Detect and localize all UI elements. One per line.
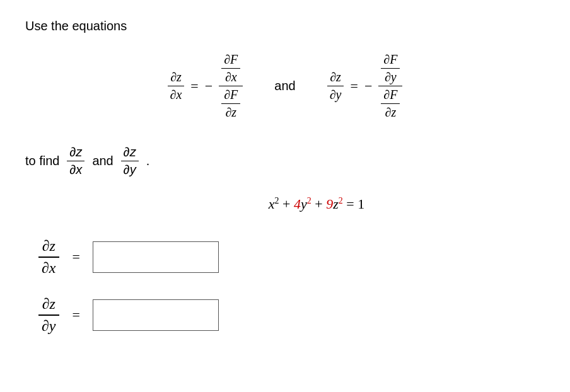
x-term: x: [269, 196, 275, 212]
tofind-den-1: ∂x: [67, 161, 84, 177]
problem-equation: x2 + 4y2 + 9z2 = 1: [88, 196, 545, 212]
partial-F-top-1: ∂F: [221, 52, 240, 69]
minus-1: −: [205, 78, 212, 95]
rhs-inner-num-1: ∂F ∂x: [221, 52, 240, 84]
equation-1: ∂z ∂x = − ∂F ∂x ∂F ∂z: [168, 52, 243, 120]
rhs-num-1: ∂F ∂x: [219, 52, 243, 86]
tofind-frac-2: ∂z ∂y: [121, 145, 139, 177]
lhs-num-1: ∂z: [168, 70, 184, 86]
rhs-den-2: ∂F ∂z: [378, 86, 402, 120]
ans2-lhs: ∂z ∂y: [38, 296, 60, 335]
tofind-frac-1: ∂z ∂x: [67, 145, 84, 177]
tofind-num-1: ∂z: [67, 145, 84, 161]
lhs-den-1: ∂x: [168, 86, 185, 102]
rhs-inner-num-2: ∂F ∂y: [381, 52, 400, 84]
rhs-inner-den-2: ∂F ∂z: [381, 88, 400, 120]
lhs-den-2: ∂y: [327, 86, 344, 102]
partial-F-mid-1: ∂F: [221, 88, 240, 104]
intro-text: Use the equations: [25, 19, 545, 33]
ans1-input-box[interactable]: [93, 241, 219, 273]
tofind-period: .: [146, 154, 150, 168]
partial-z-2: ∂z: [383, 104, 399, 120]
rhs-inner-den-1: ∂F ∂z: [221, 88, 240, 120]
equals-1: =: [190, 78, 198, 95]
partial-x-1: ∂x: [223, 69, 240, 84]
problem-text: x2 + 4y2 + 9z2 = 1: [269, 196, 364, 212]
to-find-label: to find: [25, 154, 59, 168]
partial-F-top-2: ∂F: [381, 52, 400, 69]
rhs-frac-2: ∂F ∂y ∂F ∂z: [378, 52, 402, 120]
to-find-row: to find ∂z ∂x and ∂z ∂y .: [25, 145, 545, 177]
rhs-frac-1: ∂F ∂x ∂F ∂z: [219, 52, 243, 120]
equations-row: ∂z ∂x = − ∂F ∂x ∂F ∂z and ∂z: [25, 52, 545, 120]
rhs-den-1: ∂F ∂z: [219, 86, 243, 120]
tofind-and: and: [92, 154, 113, 168]
ans1-equals: =: [73, 249, 80, 265]
ans1-num: ∂z: [38, 238, 59, 258]
and-label: and: [274, 79, 295, 93]
y-coeff: 4: [294, 196, 301, 212]
tofind-num-2: ∂z: [121, 145, 139, 161]
answer-row-1: ∂z ∂x =: [38, 238, 545, 277]
ans2-equals: =: [73, 307, 80, 323]
ans1-den: ∂x: [38, 258, 60, 277]
y-term: y: [301, 196, 307, 212]
lhs-frac-1: ∂z ∂x: [168, 70, 185, 102]
ans2-input-box[interactable]: [93, 299, 219, 331]
partial-y-2: ∂y: [382, 69, 399, 84]
equals-2: =: [350, 78, 358, 95]
z-coeff: 9: [326, 196, 333, 212]
lhs-frac-2: ∂z ∂y: [327, 70, 344, 102]
rhs-num-2: ∂F ∂y: [378, 52, 402, 86]
ans2-den: ∂y: [38, 316, 60, 335]
partial-z-1: ∂z: [223, 104, 239, 120]
ans2-num: ∂z: [38, 296, 59, 316]
equation-2: ∂z ∂y = − ∂F ∂y ∂F ∂z: [327, 52, 403, 120]
minus-2: −: [364, 78, 372, 95]
tofind-den-2: ∂y: [121, 161, 139, 177]
answer-row-2: ∂z ∂y =: [38, 296, 545, 335]
partial-F-mid-2: ∂F: [381, 88, 400, 104]
lhs-num-2: ∂z: [327, 70, 344, 86]
answer-rows: ∂z ∂x = ∂z ∂y =: [38, 238, 545, 335]
ans1-lhs: ∂z ∂x: [38, 238, 60, 277]
z-term: z: [333, 196, 339, 212]
